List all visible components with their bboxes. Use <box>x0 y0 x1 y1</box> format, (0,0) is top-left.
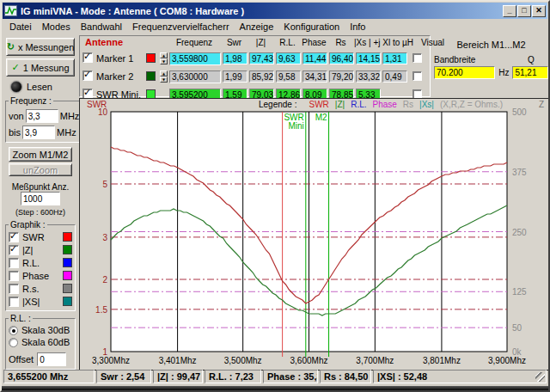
menu-konfiguration[interactable]: Konfiguration <box>278 21 345 33</box>
menu-bandwahl[interactable]: Bandwahl <box>76 21 127 33</box>
spinner-down-icon[interactable]: ▼ <box>160 77 168 83</box>
graphik-color-swatch-4 <box>63 271 72 280</box>
z-tick-label-2: 375 <box>512 168 527 177</box>
graphik-color-swatch-5 <box>63 284 72 293</box>
x-messungen-button[interactable]: ↻ x Messungen <box>6 38 75 56</box>
status-segment-6: Rs : 84,50 <box>320 370 371 383</box>
chart-panel: 3,300Mhz3,401Mhz3,500Mhz3,600Mhz3,700Mhz… <box>79 98 549 371</box>
bis-input[interactable] <box>22 126 55 139</box>
marker-panel-title: Antenne <box>82 37 168 47</box>
graphik-color-swatch-6 <box>63 297 72 306</box>
graphik-item-z: ✓|Z| <box>9 243 72 256</box>
menu-info[interactable]: Info <box>345 21 370 33</box>
swr-tick-label-5: 1.5 <box>95 305 107 315</box>
maximize-button[interactable]: □ <box>517 5 531 17</box>
marker-1-visual-checkbox[interactable] <box>412 53 422 63</box>
von-input[interactable] <box>26 109 58 123</box>
graphik-checkbox-1[interactable]: ✓ <box>9 232 19 242</box>
graphik-color-swatch-2 <box>63 245 72 254</box>
marker-1-value-7: 1,31 <box>382 52 407 64</box>
unzoom-button[interactable]: unZoom <box>9 163 72 176</box>
x-tick-label-5: 3,700Mhz <box>356 356 394 365</box>
check-icon: ✓ <box>11 62 19 73</box>
q-value: 51,21 <box>512 66 548 79</box>
graphik-item-swr: ✓SWR <box>9 230 72 243</box>
rl-option-label-1: Skala 30dB <box>21 325 70 335</box>
marker-2-value-7: 0,49 <box>382 70 407 83</box>
rl-option-1: Skala 30dB <box>9 324 72 336</box>
offset-label: Offset <box>9 354 34 364</box>
column-header-1: Frequenz <box>168 38 221 47</box>
bis-unit-label: MHz <box>57 127 76 138</box>
step-label: (Step : 600Hz) <box>3 208 77 217</box>
one-messung-button[interactable]: ✓ 1 Messung <box>6 58 75 77</box>
swr-tick-label-3: 3 <box>102 233 107 242</box>
spinner-up-icon[interactable]: ▲ <box>160 52 168 58</box>
x-tick-label-3: 3,500Mhz <box>224 356 262 365</box>
graphik-label-6: |XS| <box>22 297 59 307</box>
marker-1-frequency-input[interactable] <box>169 52 221 65</box>
marker-2-color-swatch <box>146 71 156 81</box>
graphik-checkbox-2[interactable]: ✓ <box>9 245 19 255</box>
menu-datei[interactable]: Datei <box>4 21 37 33</box>
marker-1-color-swatch <box>146 53 156 63</box>
minimize-button[interactable]: _ <box>503 5 516 17</box>
close-button[interactable]: ✕ <box>532 5 546 17</box>
graphik-checkbox-3[interactable] <box>9 258 19 268</box>
x-messungen-label: x Messungen <box>18 42 74 52</box>
menu-modes[interactable]: Modes <box>37 21 76 33</box>
marker-2-enable-checkbox[interactable]: ✓ <box>82 70 93 81</box>
app-icon <box>4 5 17 16</box>
legend-item-2: |Z| <box>335 100 345 109</box>
marker-3-color-swatch <box>146 89 156 99</box>
resize-grip-icon[interactable] <box>535 372 545 382</box>
window-bottom-edge <box>2 386 548 390</box>
z-tick-label-6: 0k <box>512 347 522 357</box>
graphik-group-title: Graphik : <box>9 220 47 230</box>
graphik-checkbox-4[interactable] <box>9 271 19 281</box>
title-bar: IG miniVNA - Mode : Antenne ( COM8 : Har… <box>3 3 547 19</box>
marker-1-freq-stepper: ▲▼ <box>160 52 168 65</box>
check-icon: ✓ <box>9 243 17 254</box>
z-axis-title: Z <box>539 100 544 109</box>
check-icon: ✓ <box>83 69 91 80</box>
marker-3-visual-checkbox[interactable] <box>412 89 422 99</box>
bis-label: bis <box>9 127 21 138</box>
marker-2-visual-checkbox[interactable] <box>412 71 422 81</box>
status-segment-7: |XS| : 52,48 <box>373 370 547 383</box>
offset-input[interactable] <box>37 352 66 366</box>
rl-group: R.L. : Skala 30dBSkala 60dB Offset <box>5 314 76 370</box>
swr-axis-title: SWR <box>87 100 107 109</box>
bandbreite-label: Bandbreite <box>434 55 514 64</box>
graphik-checkbox-6[interactable] <box>9 297 19 307</box>
marker-2-frequency-input[interactable] <box>169 70 221 83</box>
q-label: Q <box>514 55 548 64</box>
legend-item-5: Rs <box>403 100 413 109</box>
menu-frequenzvervielfacherr[interactable]: Frequenzvervielfacherr <box>127 21 235 33</box>
chart-plot[interactable]: 3,300Mhz3,401Mhz3,500Mhz3,600Mhz3,700Mhz… <box>80 99 548 370</box>
spinner-up-icon[interactable]: ▲ <box>160 70 168 77</box>
marker-2-value-6: 33,32 <box>356 70 381 83</box>
spinner-down-icon[interactable]: ▼ <box>160 58 168 64</box>
marker-1-enable-checkbox[interactable]: ✓ <box>82 52 93 63</box>
column-header-6: Rs <box>327 38 354 47</box>
messpunkt-input[interactable] <box>21 192 60 205</box>
window-title: IG miniVNA - Mode : Antenne ( COM8 : Har… <box>21 6 503 16</box>
lesen-button[interactable]: Lesen <box>10 81 77 93</box>
graphik-checkbox-5[interactable] <box>9 284 19 294</box>
zoom-m1m2-button[interactable]: Zoom M1/M2 <box>9 147 72 162</box>
marker-row-2: ✓Marker 2▲▼1,9985,929,5834,3179,2033,320… <box>82 70 430 83</box>
graphik-label-2: |Z| <box>22 245 59 255</box>
legend-prefix: Legende : <box>259 100 297 109</box>
marker-2-value-3: 9,58 <box>276 70 301 83</box>
graphik-item-phase: Phase <box>9 269 72 282</box>
menu-anzeige[interactable]: Anzeige <box>235 21 279 33</box>
frequenz-group: Frequenz : von MHz bis MHz <box>5 96 82 143</box>
legend-item-1: SWR <box>309 100 329 109</box>
rl-radio-1[interactable] <box>9 326 18 335</box>
legend-item-4: Phase <box>373 100 398 109</box>
one-messung-label: 1 Messung <box>23 63 70 73</box>
status-segment-3: |Z| : 99,47 <box>153 370 203 383</box>
rl-radio-2[interactable] <box>9 338 18 347</box>
refresh-icon: ↻ <box>7 41 15 52</box>
